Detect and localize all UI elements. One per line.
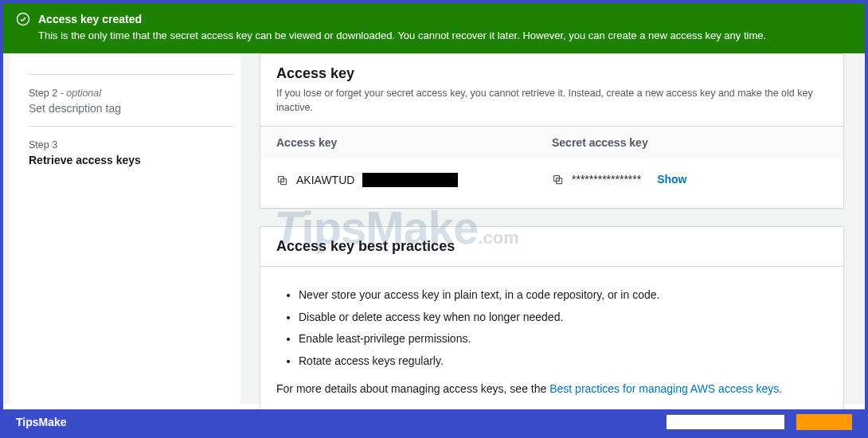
step-label: Step 2 - optional xyxy=(29,88,234,99)
access-key-panel: Access key If you lose or forget your se… xyxy=(260,53,844,209)
secret-masked: **************** xyxy=(572,173,641,186)
step-3[interactable]: Step 3 Retrieve access keys xyxy=(29,139,234,166)
list-item: Never store your access key in plain tex… xyxy=(299,287,827,303)
step-name: Set description tag xyxy=(29,102,234,115)
step-sidebar: Step 2 - optional Set description tag St… xyxy=(10,53,240,404)
step-2[interactable]: Step 2 - optional Set description tag xyxy=(29,88,234,115)
check-circle-icon xyxy=(16,12,30,26)
copy-icon[interactable] xyxy=(276,174,288,186)
panel-description: If you lose or forget your secret access… xyxy=(276,87,827,115)
secret-key-value: **************** Show xyxy=(552,173,827,186)
list-item: Rotate access keys regularly. xyxy=(299,354,827,370)
best-practices-link[interactable]: Best practices for managing AWS access k… xyxy=(549,382,779,395)
alert-message: This is the only time that the secret ac… xyxy=(38,29,766,44)
alert-title: Access key created xyxy=(38,11,766,27)
panel-title: Access key best practices xyxy=(276,238,827,255)
footer-bar: TipsMake xyxy=(3,409,865,435)
key-values-row: AKIAWTUD **************** Show xyxy=(260,158,843,208)
panel-body: Never store your access key in plain tex… xyxy=(260,267,843,410)
panel-title: Access key xyxy=(276,65,827,82)
panel-header: Access key If you lose or forget your se… xyxy=(260,54,843,127)
divider xyxy=(29,74,234,75)
footer-brand: TipsMake xyxy=(16,416,67,428)
access-key-value: AKIAWTUD xyxy=(276,173,552,187)
content-area: Access key If you lose or forget your se… xyxy=(260,53,858,404)
secondary-button[interactable] xyxy=(666,414,785,430)
primary-button[interactable] xyxy=(796,414,852,430)
success-alert: Access key created This is the only time… xyxy=(3,3,865,53)
copy-icon[interactable] xyxy=(552,174,564,186)
svg-point-0 xyxy=(18,14,29,25)
main-area: Step 2 - optional Set description tag St… xyxy=(3,53,865,404)
show-secret-link[interactable]: Show xyxy=(657,173,686,186)
list-item: Disable or delete access key when no lon… xyxy=(299,310,827,326)
best-practices-list: Never store your access key in plain tex… xyxy=(276,287,827,369)
step-name: Retrieve access keys xyxy=(29,154,234,166)
divider xyxy=(29,126,234,127)
best-practices-panel: Access key best practices Never store yo… xyxy=(260,226,844,411)
step-label: Step 3 xyxy=(29,139,234,151)
col-header-secret-key: Secret access key xyxy=(552,127,827,158)
list-item: Enable least-privilege permissions. xyxy=(299,331,827,347)
access-key-text: AKIAWTUD xyxy=(296,174,354,186)
redacted-block xyxy=(362,173,458,187)
panel-header: Access key best practices xyxy=(260,227,843,267)
footer-buttons xyxy=(666,414,852,430)
key-columns-header: Access key Secret access key xyxy=(260,127,843,158)
col-header-access-key: Access key xyxy=(276,127,552,158)
more-details-text: For more details about managing access k… xyxy=(276,382,827,395)
